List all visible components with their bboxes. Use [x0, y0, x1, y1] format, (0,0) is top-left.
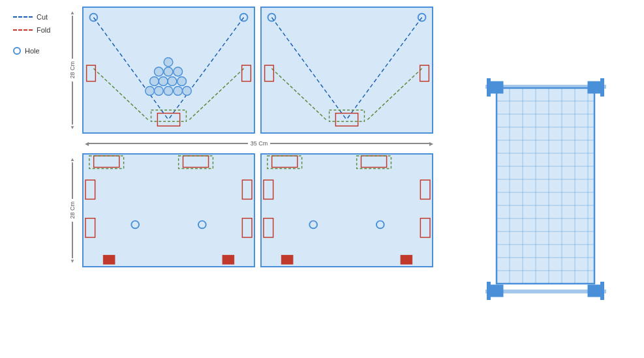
- legend-fold: Fold: [13, 26, 59, 34]
- svg-line-4: [93, 68, 147, 119]
- svg-rect-55: [281, 255, 293, 264]
- bottom-left-panel: [82, 153, 255, 267]
- svg-rect-9: [151, 110, 187, 122]
- svg-rect-39: [85, 180, 95, 199]
- fold-line-icon: [13, 29, 33, 31]
- svg-point-11: [154, 67, 163, 76]
- svg-rect-33: [94, 156, 119, 168]
- svg-rect-30: [420, 65, 429, 81]
- box-3d-diagram: [480, 62, 598, 297]
- svg-point-42: [198, 221, 206, 229]
- svg-rect-87: [485, 85, 606, 89]
- svg-point-10: [164, 57, 173, 67]
- hole-label: Hole: [25, 47, 40, 55]
- box-3d-svg: [480, 62, 611, 316]
- svg-rect-57: [497, 88, 594, 284]
- svg-rect-40: [85, 218, 95, 237]
- svg-rect-37: [242, 180, 252, 199]
- svg-rect-48: [357, 156, 391, 169]
- svg-point-21: [174, 86, 183, 95]
- svg-point-1: [240, 14, 248, 22]
- svg-rect-8: [157, 113, 179, 127]
- cut-label: Cut: [37, 13, 48, 21]
- hole-icon: [13, 47, 21, 55]
- svg-point-20: [164, 86, 173, 95]
- svg-rect-44: [222, 255, 234, 264]
- v-measure-bottom: ▲ 28 Cm ▼: [65, 153, 80, 267]
- svg-rect-43: [103, 255, 115, 264]
- width-label: 35 Cm: [251, 140, 268, 147]
- svg-rect-46: [268, 156, 302, 169]
- svg-point-17: [177, 77, 187, 86]
- svg-line-28: [367, 68, 422, 119]
- svg-line-5: [189, 68, 243, 119]
- svg-point-14: [150, 77, 159, 86]
- svg-rect-50: [420, 218, 430, 237]
- top-left-svg: [84, 8, 254, 132]
- svg-rect-36: [179, 156, 213, 169]
- svg-rect-32: [330, 110, 365, 122]
- height-top-label: 28 Cm: [69, 61, 76, 79]
- svg-point-18: [146, 86, 155, 95]
- bottom-right-panel: [260, 153, 433, 267]
- svg-point-19: [154, 86, 163, 95]
- svg-rect-52: [264, 218, 273, 237]
- legend-panel: Cut Fold Hole: [7, 7, 59, 351]
- svg-rect-47: [361, 156, 386, 168]
- svg-rect-31: [335, 113, 358, 127]
- svg-rect-51: [264, 180, 273, 199]
- legend-cut: Cut: [13, 13, 59, 21]
- top-right-panel: [260, 7, 433, 134]
- cut-line-icon: [13, 16, 33, 18]
- legend-hole: Hole: [13, 47, 59, 55]
- svg-rect-29: [265, 65, 274, 81]
- svg-rect-49: [420, 180, 430, 199]
- h-measure: ◀ 35 Cm ▶: [85, 140, 433, 147]
- svg-rect-34: [89, 156, 124, 169]
- svg-point-13: [174, 67, 183, 76]
- svg-point-54: [376, 221, 384, 229]
- fold-label: Fold: [37, 26, 50, 34]
- top-left-panel: [82, 7, 255, 134]
- svg-point-22: [183, 86, 192, 95]
- box-3d-section: [440, 7, 637, 351]
- svg-rect-88: [485, 290, 606, 293]
- svg-point-16: [168, 77, 177, 86]
- svg-point-15: [159, 77, 168, 86]
- svg-point-53: [309, 221, 317, 229]
- svg-rect-45: [272, 156, 298, 168]
- top-right-svg: [262, 8, 432, 132]
- bottom-left-svg: [84, 155, 254, 266]
- svg-rect-38: [242, 218, 252, 237]
- svg-rect-7: [242, 65, 251, 81]
- svg-rect-6: [87, 65, 96, 81]
- svg-point-41: [131, 221, 139, 229]
- height-bottom-label: 28 Cm: [69, 201, 76, 219]
- svg-point-23: [268, 14, 276, 22]
- svg-point-12: [164, 67, 173, 76]
- v-measure-top: ▲ 28 Cm ▼: [65, 7, 80, 134]
- svg-rect-56: [401, 255, 412, 264]
- svg-line-27: [271, 68, 326, 119]
- main-container: Cut Fold Hole ▲ 28 Cm ▼: [0, 0, 644, 358]
- svg-rect-35: [183, 156, 208, 168]
- bottom-right-svg: [262, 155, 432, 266]
